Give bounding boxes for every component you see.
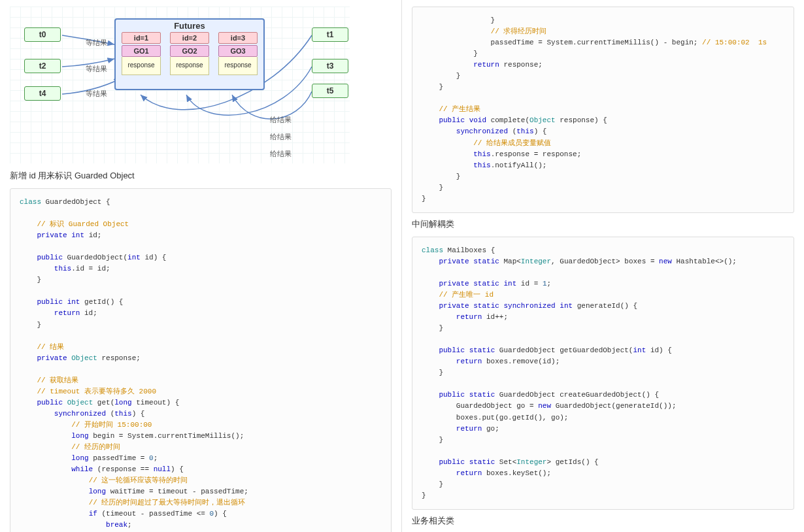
thread-box-t5: t5 (312, 84, 348, 98)
thread-box-t4: t4 (24, 86, 61, 101)
thread-box-t1: t1 (312, 27, 348, 42)
thread-box-t0: t0 (24, 27, 61, 42)
thread-box-t3: t3 (312, 59, 348, 73)
give-label-3: 给结果 (270, 149, 292, 159)
code-mailboxes: class Mailboxes { private static Map<Int… (412, 237, 794, 510)
resp-box-1: response (122, 57, 161, 75)
paragraph-decouple: 中间解耦类 (412, 218, 794, 230)
futures-container: Futures id=1 id=2 id=3 GO1 GO2 GO3 respo… (114, 18, 265, 90)
give-label-2: 给结果 (270, 132, 292, 142)
futures-diagram: t0 t2 t4 t1 t3 t5 等结果 等结果 等结果 给结果 给结果 给结… (10, 7, 350, 163)
id-box-1: id=1 (122, 32, 161, 44)
resp-box-3: response (218, 57, 258, 75)
give-label-1: 给结果 (270, 115, 292, 125)
wait-label-2: 等结果 (86, 64, 107, 74)
go-box-1: GO1 (122, 45, 161, 57)
id-box-3: id=3 (218, 32, 258, 44)
thread-box-t2: t2 (24, 59, 61, 73)
go-box-2: GO2 (170, 45, 209, 57)
paragraph-id-desc: 新增 id 用来标识 Guarded Object (10, 170, 392, 182)
code-guarded-object: class GuardedObject { // 标识 Guarded Obje… (10, 188, 392, 532)
go-box-3: GO3 (218, 45, 258, 57)
id-box-2: id=2 (170, 32, 209, 44)
futures-title: Futures (116, 20, 263, 32)
paragraph-business: 业务相关类 (412, 515, 794, 527)
wait-label-3: 等结果 (86, 89, 107, 99)
code-guarded-object-cont: } // 求得经历时间 passedTime = System.currentT… (412, 7, 794, 213)
wait-label-1: 等结果 (86, 38, 107, 48)
resp-box-2: response (170, 57, 209, 75)
